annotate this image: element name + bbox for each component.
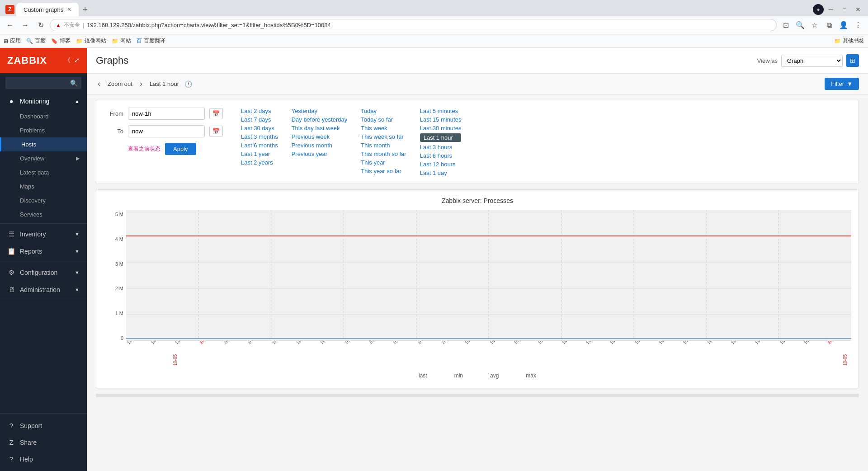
view-as-icon-button[interactable]: ⊞	[846, 54, 859, 67]
bookmark-baidu[interactable]: 🔍 百度	[26, 37, 46, 45]
sidebar-item-services[interactable]: Services	[0, 207, 87, 221]
quick-last-1-year[interactable]: Last 1 year	[241, 151, 278, 157]
zoom-out-label: Zoom out	[108, 80, 132, 87]
quick-last-5-min[interactable]: Last 5 minutes	[420, 108, 462, 114]
sidebar-monitoring-label: Monitoring	[20, 98, 49, 105]
monitoring-icon: ●	[7, 97, 15, 105]
x-label-20: 19:34	[609, 341, 620, 345]
close-button[interactable]: ✕	[852, 3, 864, 16]
refresh-button[interactable]: ↻	[34, 19, 47, 32]
quick-last-3-months[interactable]: Last 3 months	[241, 133, 278, 140]
quick-this-day-last-week[interactable]: This day last week	[292, 125, 348, 132]
sidebar-item-help[interactable]: ? Help	[0, 451, 87, 467]
profile-button[interactable]: 👤	[837, 19, 850, 32]
quick-this-month[interactable]: This month	[361, 142, 406, 149]
bookmark-site[interactable]: 📁 网站	[112, 37, 131, 45]
sidebar-item-administration[interactable]: 🖥 Administration ▼	[0, 281, 87, 298]
support-icon: ?	[7, 422, 15, 429]
quick-this-year-so-far[interactable]: This year so far	[361, 168, 406, 174]
quick-this-year[interactable]: This year	[361, 159, 406, 166]
sidebar-item-reports[interactable]: 📋 Reports ▼	[0, 243, 87, 260]
quick-last-2-days[interactable]: Last 2 days	[241, 108, 278, 114]
to-calendar-button[interactable]: 📅	[209, 126, 223, 137]
sidebar-item-configuration[interactable]: ⚙ Configuration ▼	[0, 264, 87, 281]
quick-last-6-months[interactable]: Last 6 months	[241, 142, 278, 149]
quick-day-before-yesterday[interactable]: Day before yesterday	[292, 116, 348, 123]
horizontal-scrollbar[interactable]	[96, 394, 859, 397]
quick-last-7-days[interactable]: Last 7 days	[241, 116, 278, 123]
quick-this-week[interactable]: This week	[361, 125, 406, 132]
quick-today-so-far[interactable]: Today so far	[361, 116, 406, 123]
prev-time-button[interactable]: ‹	[96, 77, 102, 90]
x-label-19: 19:32	[585, 341, 596, 345]
next-time-button[interactable]: ›	[138, 77, 144, 90]
fullscreen-icon[interactable]: ⤢	[74, 57, 80, 65]
sidebar-item-problems[interactable]: Problems	[0, 123, 87, 137]
folder-icon-site: 📁	[112, 38, 118, 44]
from-calendar-button[interactable]: 📅	[209, 108, 223, 119]
apply-button[interactable]: Apply	[165, 143, 196, 155]
quick-this-week-so-far[interactable]: This week so far	[361, 133, 406, 140]
bookmark-other[interactable]: 📁 其他书签	[834, 37, 864, 45]
extensions-icon[interactable]: ⧉	[823, 19, 835, 32]
sidebar-item-dashboard[interactable]: Dashboard	[0, 109, 87, 123]
quick-previous-year[interactable]: Previous year	[292, 151, 348, 157]
translate-icon[interactable]: ⊡	[779, 19, 792, 32]
to-input[interactable]	[128, 125, 205, 137]
sidebar-item-latest-data[interactable]: Latest data	[0, 165, 87, 179]
tab-close-button[interactable]: ✕	[67, 6, 71, 13]
sidebar-item-share[interactable]: Z Share	[0, 434, 87, 451]
sidebar-header-icons: 《 ⤢	[64, 57, 80, 65]
collapse-sidebar-icon[interactable]: 《	[64, 57, 71, 65]
quick-today[interactable]: Today	[361, 108, 406, 114]
quick-last-2-years[interactable]: Last 2 years	[241, 159, 278, 166]
sidebar-header: ZABBIX 《 ⤢	[0, 48, 87, 73]
view-as-select[interactable]: GraphValues500 latest values	[781, 55, 843, 67]
menu-button[interactable]: ⋮	[852, 19, 864, 32]
quick-last-30-min[interactable]: Last 30 minutes	[420, 125, 462, 132]
bookmark-star-icon[interactable]: ☆	[808, 19, 821, 32]
bookmark-mirror[interactable]: 📁 镜像网站	[76, 37, 106, 45]
bookmark-icon-blog: 🔖	[51, 38, 58, 44]
sidebar-item-maps[interactable]: Maps	[0, 179, 87, 193]
apps-icon: ⊞	[4, 38, 8, 44]
bookmark-apps[interactable]: ⊞ 应用	[4, 37, 21, 45]
x-label-9: 19:12	[344, 341, 355, 345]
back-button[interactable]: ←	[4, 19, 16, 32]
quick-previous-month[interactable]: Previous month	[292, 142, 348, 149]
quick-last-1-hour[interactable]: Last 1 hour	[420, 133, 462, 142]
quick-last-12-hours[interactable]: Last 12 hours	[420, 161, 462, 168]
active-tab[interactable]: Custom graphs ✕	[16, 3, 79, 16]
bookmark-blog[interactable]: 🔖 博客	[51, 37, 71, 45]
sidebar-item-monitoring[interactable]: ● Monitoring ▲	[0, 93, 87, 109]
x-label-3: 19:00	[198, 341, 210, 345]
from-label: From	[105, 110, 123, 117]
filter-button[interactable]: Filter ▼	[825, 78, 859, 90]
sidebar-item-support[interactable]: ? Support	[0, 417, 87, 434]
sidebar-item-overview[interactable]: Overview ▶	[0, 151, 87, 165]
new-tab-button[interactable]: +	[79, 3, 91, 16]
profile-icon: ●	[813, 4, 824, 15]
quick-previous-week[interactable]: Previous week	[292, 133, 348, 140]
quick-last-3-hours[interactable]: Last 3 hours	[420, 144, 462, 151]
minimize-button[interactable]: ─	[825, 3, 837, 16]
sidebar-item-inventory[interactable]: ☰ Inventory ▼	[0, 226, 87, 243]
sidebar-item-discovery[interactable]: Discovery	[0, 193, 87, 207]
sidebar-item-hosts[interactable]: Hosts	[0, 137, 87, 151]
quick-last-6-hours[interactable]: Last 6 hours	[420, 152, 462, 159]
maximize-button[interactable]: □	[838, 3, 851, 16]
quick-last-15-min[interactable]: Last 15 minutes	[420, 116, 462, 123]
quick-yesterday[interactable]: Yesterday	[292, 108, 348, 114]
search-browser-icon[interactable]: 🔍	[794, 19, 807, 32]
quick-last-30-days[interactable]: Last 30 days	[241, 125, 278, 132]
forward-button[interactable]: →	[19, 19, 32, 32]
quick-this-month-so-far[interactable]: This month so far	[361, 151, 406, 157]
quick-last-1-day[interactable]: Last 1 day	[420, 170, 462, 176]
to-row: To 📅	[105, 125, 223, 137]
address-bar[interactable]: ▲ 不安全 | 192.168.129.250/zabbix.php?actio…	[50, 19, 777, 31]
prev-state-link[interactable]: 查看之前状态	[128, 145, 160, 153]
app-layout: ZABBIX 《 ⤢ 🔍 ● Monitoring ▲ Dashboard Pr…	[0, 48, 868, 471]
from-input[interactable]	[128, 108, 205, 120]
x-label-5: 19:04	[246, 341, 258, 345]
bookmark-translate[interactable]: 百 百度翻译	[137, 37, 165, 45]
